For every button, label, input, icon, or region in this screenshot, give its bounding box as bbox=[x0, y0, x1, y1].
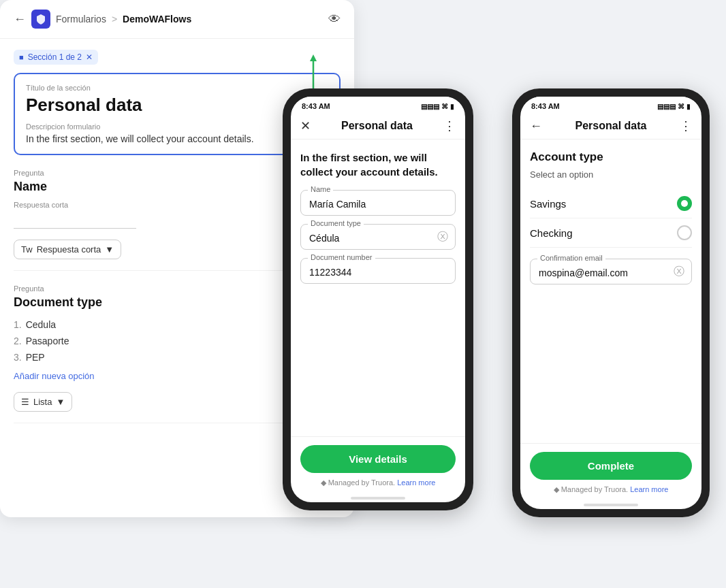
phone1-name-value[interactable]: María Camila bbox=[309, 199, 447, 210]
phone1-screen: 8:43 AM ▤▤▤ ⌘ ▮ ✕ Personal data ⋮ In the… bbox=[291, 97, 465, 502]
question1-input[interactable] bbox=[14, 212, 136, 229]
section-tag-icon: ■ bbox=[19, 53, 24, 61]
phone2-complete-button[interactable]: Complete bbox=[530, 452, 692, 480]
phone1-docnum-label: Document number bbox=[308, 253, 375, 261]
battery2-icon: ▮ bbox=[686, 103, 691, 110]
phone1-home-bar bbox=[351, 497, 405, 500]
list-icon: ☰ bbox=[21, 397, 29, 407]
truora-icon-small: ◆ bbox=[321, 478, 326, 487]
signal2-icon: ▤▤▤ bbox=[657, 103, 676, 110]
truora-logo-icon bbox=[31, 10, 50, 29]
phone2-savings-radio[interactable] bbox=[677, 196, 692, 211]
chevron-down2-icon: ▼ bbox=[56, 397, 65, 407]
phone1-name-field[interactable]: Name María Camila bbox=[300, 190, 456, 216]
phone1-doctype-clear-icon[interactable]: ⓧ bbox=[437, 230, 448, 244]
phone2-more-button[interactable]: ⋮ bbox=[680, 118, 692, 133]
phone2-home-bar bbox=[584, 504, 638, 506]
truora2-icon-small: ◆ bbox=[554, 485, 559, 493]
phone2-learn-more-link[interactable]: Learn more bbox=[630, 485, 668, 493]
section-tag-close[interactable]: ✕ bbox=[86, 52, 93, 62]
phone1-view-details-button[interactable]: View details bbox=[300, 445, 456, 473]
phone1-learn-more-link[interactable]: Learn more bbox=[397, 478, 435, 487]
phone1-header: ✕ Personal data ⋮ bbox=[291, 113, 465, 140]
option3-label: PEP bbox=[26, 352, 45, 363]
phone2-email-field[interactable]: Confirmation email mospina@email.com ⓧ bbox=[530, 259, 692, 284]
phone2-back-button[interactable]: ← bbox=[530, 119, 542, 133]
phone2-header: ← Personal data ⋮ bbox=[520, 113, 701, 140]
section-title-label: Título de la sección bbox=[26, 84, 328, 92]
phone2-managed-text: ◆ Managed by Truora. Learn more bbox=[530, 485, 692, 494]
phone1-docnum-field[interactable]: Document number 11223344 bbox=[300, 258, 456, 284]
question1-type-label: Respuesta corta bbox=[37, 244, 101, 255]
phone-mockup-2: 8:43 AM ▤▤▤ ⌘ ▮ ← Personal data ⋮ Accoun… bbox=[512, 88, 710, 517]
phone2-select-hint: Select an option bbox=[530, 169, 692, 180]
phone1-intro-text: In the first section, we will collect yo… bbox=[300, 150, 456, 179]
phone2-statusbar: 8:43 AM ▤▤▤ ⌘ ▮ bbox=[520, 97, 701, 113]
phone2-option-checking[interactable]: Checking bbox=[530, 218, 692, 248]
phone1-more-button[interactable]: ⋮ bbox=[443, 118, 456, 133]
wifi-icon: ⌘ bbox=[441, 103, 448, 110]
phone-mockup-1: 8:43 AM ▤▤▤ ⌘ ▮ ✕ Personal data ⋮ In the… bbox=[283, 88, 473, 510]
phone2-savings-label: Savings bbox=[530, 198, 566, 210]
question1-type-button[interactable]: Tw Respuesta corta ▼ bbox=[14, 240, 121, 259]
phone1-doctype-label: Document type bbox=[308, 219, 364, 227]
question2-type-button[interactable]: ☰ Lista ▼ bbox=[14, 392, 72, 412]
preview-icon[interactable]: 👁 bbox=[328, 12, 341, 27]
phone1-managed-label: Managed by Truora. bbox=[328, 478, 395, 487]
phone2-time: 8:43 AM bbox=[531, 102, 560, 110]
breadcrumb-parent[interactable]: Formularios bbox=[56, 14, 106, 24]
phone1-close-button[interactable]: ✕ bbox=[300, 118, 311, 133]
signal-icon: ▤▤▤ bbox=[421, 103, 439, 110]
phone1-docnum-value[interactable]: 11223344 bbox=[309, 267, 447, 278]
phone2-checking-radio[interactable] bbox=[677, 225, 692, 240]
phone2-option-savings[interactable]: Savings bbox=[530, 189, 692, 218]
phone1-doctype-field[interactable]: Document type Cédula ⓧ bbox=[300, 224, 456, 250]
phone2-checking-label: Checking bbox=[530, 227, 573, 239]
section-tag: ■ Sección 1 de 2 ✕ bbox=[14, 50, 98, 65]
phone1-name-label: Name bbox=[308, 185, 333, 193]
question2-type-label: Lista bbox=[33, 397, 52, 407]
phone2-footer: Complete ◆ Managed by Truora. Learn more bbox=[520, 443, 701, 500]
phone1-time: 8:43 AM bbox=[302, 102, 330, 110]
editor-topbar: ← Formularios > DemoWAFlows 👁 bbox=[0, 0, 354, 39]
section-tag-label: Sección 1 de 2 bbox=[28, 52, 82, 62]
phone2-section-title: Account type bbox=[530, 150, 692, 164]
phone1-managed-text: ◆ Managed by Truora. Learn more bbox=[300, 478, 456, 487]
phone2-managed-label: Managed by Truora. bbox=[561, 485, 628, 493]
wifi2-icon: ⌘ bbox=[678, 103, 684, 110]
phone2-email-clear-icon[interactable]: ⓧ bbox=[674, 265, 684, 279]
phone2-content: Account type Select an option Savings Ch… bbox=[520, 140, 701, 443]
option1-label: Cedula bbox=[26, 319, 56, 330]
breadcrumb-separator: > bbox=[112, 14, 117, 24]
phone1-content: In the first section, we will collect yo… bbox=[291, 140, 465, 436]
phone1-footer: View details ◆ Managed by Truora. Learn … bbox=[291, 436, 465, 493]
phone2-email-value[interactable]: mospina@email.com bbox=[539, 267, 683, 278]
option2-label: Pasaporte bbox=[26, 336, 69, 346]
chevron-down-icon: ▼ bbox=[105, 244, 114, 255]
phone1-status-icons: ▤▤▤ ⌘ ▮ bbox=[421, 103, 454, 110]
phone1-statusbar: 8:43 AM ▤▤▤ ⌘ ▮ bbox=[291, 97, 465, 113]
phone1-doctype-value[interactable]: Cédula bbox=[309, 233, 447, 244]
battery-icon: ▮ bbox=[450, 103, 454, 110]
breadcrumb-current: DemoWAFlows bbox=[123, 14, 191, 24]
phone2-header-title: Personal data bbox=[575, 120, 647, 132]
phone2-email-label: Confirmation email bbox=[537, 254, 605, 262]
phone2-screen: 8:43 AM ▤▤▤ ⌘ ▮ ← Personal data ⋮ Accoun… bbox=[520, 97, 701, 509]
phone2-status-icons: ▤▤▤ ⌘ ▮ bbox=[657, 103, 691, 110]
phone1-header-title: Personal data bbox=[341, 120, 413, 132]
back-arrow-icon[interactable]: ← bbox=[14, 12, 26, 27]
text-format-icon: Tw bbox=[21, 244, 33, 255]
